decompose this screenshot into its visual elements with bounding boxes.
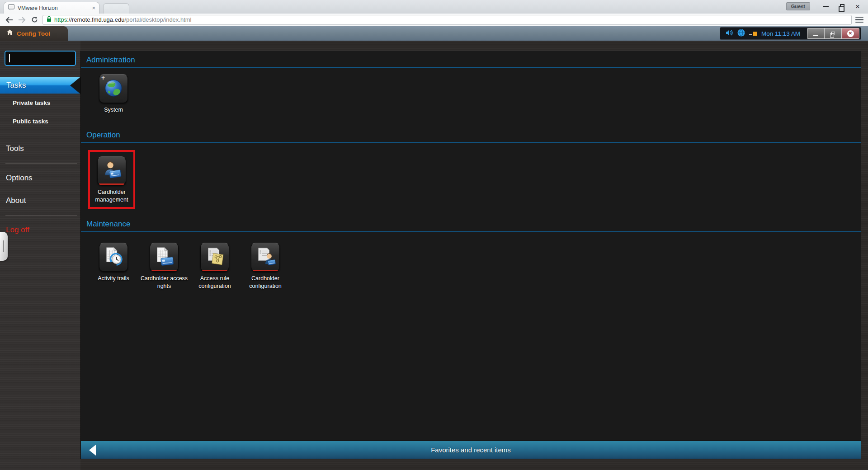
new-tab-button[interactable] <box>103 3 129 14</box>
tile-frame[interactable] <box>200 243 229 272</box>
system-globe-icon <box>103 77 124 100</box>
task-tile-system[interactable]: + <box>88 74 139 114</box>
padlock-icon <box>47 16 52 24</box>
browser-toolbar: https://remote.fmd.uga.edu/portal/deskto… <box>0 14 868 26</box>
minimize-icon <box>823 6 829 7</box>
search-input[interactable] <box>5 52 75 65</box>
keyboard-indicator-icon[interactable] <box>749 32 757 36</box>
section-header-operation: Operation <box>81 126 861 143</box>
browser-tab[interactable]: VMware Horizon × <box>4 2 99 14</box>
tile-frame[interactable]: + <box>99 74 128 103</box>
speaker-icon[interactable] <box>726 29 733 38</box>
app-restore-button[interactable] <box>825 28 842 38</box>
vmware-favicon <box>8 4 15 13</box>
status-tray: Mon 11:13 AM ✕ <box>720 27 861 40</box>
app-window-controls: ✕ <box>807 28 859 39</box>
task-tile-access-rule-configuration[interactable]: Access rule configuration <box>189 243 240 291</box>
task-home-panel: Administration + <box>80 51 861 459</box>
close-icon: ✕ <box>847 30 854 37</box>
minimize-icon <box>813 35 818 36</box>
sidebar-item-about[interactable]: About <box>0 189 80 212</box>
url-text: https://remote.fmd.uga.edu/portal/deskto… <box>54 16 192 23</box>
operation-tiles: Cardholder management <box>81 143 861 215</box>
cardholder-configuration-icon <box>255 246 276 268</box>
restore-icon <box>831 32 835 35</box>
favorites-bar[interactable]: Favorites and recent items <box>81 441 861 459</box>
browser-menu-button[interactable] <box>855 17 863 23</box>
divider <box>5 134 77 134</box>
activity-trails-icon <box>103 246 124 268</box>
guest-profile-badge[interactable]: Guest <box>786 2 810 10</box>
divider <box>5 163 77 164</box>
tile-frame[interactable] <box>97 156 126 185</box>
sidebar-item-private-tasks[interactable]: Private tasks <box>0 94 80 112</box>
sidebar: Tasks Private tasks Public tasks Tools O… <box>0 41 80 470</box>
tile-label: Access rule configuration <box>189 275 240 291</box>
cardholder-access-rights-icon <box>154 246 175 268</box>
section-header-maintenance: Maintenance <box>81 215 861 232</box>
tile-label: System <box>104 106 123 114</box>
browser-close-button[interactable]: × <box>851 1 864 12</box>
sidebar-item-tools[interactable]: Tools <box>0 137 80 160</box>
highlight-rectangle: Cardholder management <box>88 150 135 209</box>
url-host: ://remote.fmd.uga.edu <box>67 16 124 23</box>
url-path: /portal/desktop/index.html <box>124 16 191 23</box>
close-icon: × <box>855 3 860 10</box>
url-scheme: https <box>54 16 67 23</box>
restore-icon <box>840 4 844 9</box>
cardholder-management-icon <box>101 160 122 182</box>
forward-button[interactable] <box>17 15 26 24</box>
app-minimize-button[interactable] <box>807 28 825 38</box>
tile-label: Cardholder management <box>93 188 131 204</box>
tile-label: Cardholder access rights <box>139 275 189 291</box>
search-box[interactable] <box>5 51 76 66</box>
maintenance-tiles: Activity trails <box>81 232 861 302</box>
config-tool-home-tab[interactable]: Config Tool <box>0 26 68 41</box>
tab-close-icon[interactable]: × <box>92 5 95 11</box>
browser-restore-button[interactable] <box>835 1 849 12</box>
tile-frame[interactable] <box>99 243 128 272</box>
access-rule-configuration-icon <box>204 246 225 268</box>
tile-frame[interactable] <box>251 243 280 272</box>
task-tile-cardholder-access-rights[interactable]: Cardholder access rights <box>139 243 189 291</box>
browser-minimize-button[interactable] <box>819 1 833 12</box>
browser-tab-title: VMware Horizon <box>18 5 89 11</box>
refresh-button[interactable] <box>30 15 39 24</box>
task-tile-cardholder-management[interactable]: Cardholder management <box>93 156 131 204</box>
tile-label: Activity trails <box>98 275 129 283</box>
tile-label: Cardholder configuration <box>240 275 291 291</box>
browser-tab-strip: VMware Horizon × Guest × <box>0 0 868 14</box>
app-close-button[interactable]: ✕ <box>842 28 859 38</box>
system-clock[interactable]: Mon 11:13 AM <box>761 30 803 37</box>
sidebar-item-public-tasks[interactable]: Public tasks <box>0 112 80 131</box>
network-globe-icon[interactable] <box>737 29 745 38</box>
drawer-handle[interactable] <box>0 232 8 261</box>
config-tool-tab-label: Config Tool <box>17 30 50 37</box>
collapse-arrow-icon[interactable] <box>89 445 96 456</box>
favorites-bar-label: Favorites and recent items <box>431 446 511 454</box>
home-icon <box>6 29 13 38</box>
task-tile-cardholder-configuration[interactable]: Cardholder configuration <box>240 243 291 291</box>
sidebar-item-tasks[interactable]: Tasks <box>0 77 80 94</box>
back-button[interactable] <box>5 15 14 24</box>
sidebar-item-options[interactable]: Options <box>0 167 80 189</box>
sidebar-item-log-off[interactable]: Log off <box>0 219 80 241</box>
add-badge: + <box>101 75 105 81</box>
administration-tiles: + <box>81 68 861 126</box>
task-tile-activity-trails[interactable]: Activity trails <box>88 243 139 283</box>
tile-frame[interactable] <box>150 243 179 272</box>
app-title-bar: Config Tool Mon 11:13 AM ✕ <box>0 26 868 41</box>
text-caret <box>9 54 10 62</box>
section-header-administration: Administration <box>81 51 861 68</box>
remote-desktop-app: Config Tool Mon 11:13 AM ✕ <box>0 26 868 470</box>
divider <box>5 215 77 216</box>
drawer-grip-icon <box>2 240 5 252</box>
address-bar[interactable]: https://remote.fmd.uga.edu/portal/deskto… <box>42 15 852 25</box>
